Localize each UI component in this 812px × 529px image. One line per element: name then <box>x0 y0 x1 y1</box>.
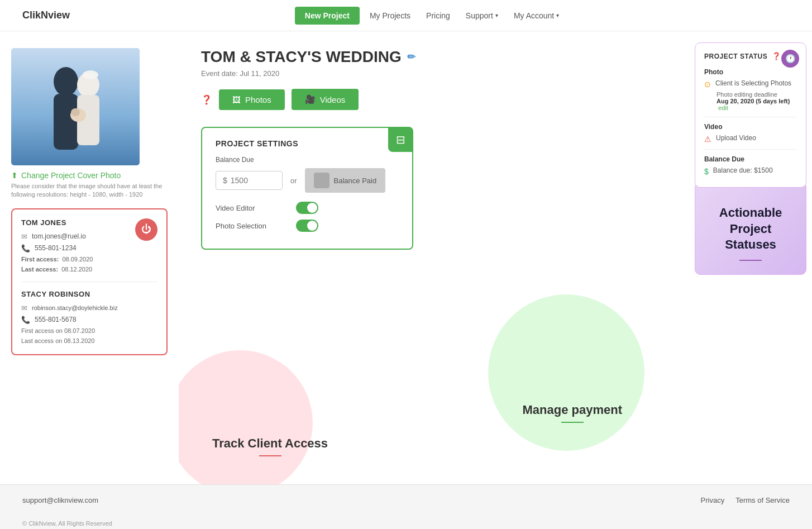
footer-privacy-link[interactable]: Privacy <box>701 496 725 504</box>
footer-terms-link[interactable]: Terms of Service <box>735 496 790 504</box>
footer-links: Privacy Terms of Service <box>701 496 790 504</box>
status-video-text: Upload Video <box>716 134 756 142</box>
nav-pricing[interactable]: Pricing <box>421 9 456 22</box>
help-icon[interactable]: ❓ <box>201 94 212 105</box>
track-client-text: Track Client Access <box>212 436 328 451</box>
status-red-icon: ⚠ <box>704 135 711 144</box>
manage-payment-feature: Manage payment <box>523 403 623 423</box>
email-icon-2: ✉ <box>21 304 27 312</box>
video-editor-label: Video Editor <box>216 204 288 212</box>
project-title: TOM & STACY'S WEDDING <box>201 48 402 66</box>
new-project-button[interactable]: New Project <box>295 7 360 25</box>
manage-payment-line <box>561 422 584 423</box>
right-panel: 🕐 PROJECT STATUS ❓ Photo ⊙ Client is Sel… <box>689 31 812 484</box>
change-cover-text: Change Project Cover Photo <box>21 171 121 180</box>
status-card: 🕐 PROJECT STATUS ❓ Photo ⊙ Client is Sel… <box>695 42 806 188</box>
left-panel: ⬆ Change Project Cover Photo Please cons… <box>0 31 179 484</box>
balance-value: 1500 <box>231 176 248 185</box>
client1-email: tom.jones@ruel.io <box>32 232 86 240</box>
upload-icon: ⬆ <box>11 171 18 180</box>
photos-icon: 🖼 <box>232 95 241 104</box>
status-balance-text: Balance due: $1500 <box>713 166 773 174</box>
status-photo-label: Photo <box>704 68 797 76</box>
footer: support@cliknview.com Privacy Terms of S… <box>0 484 812 516</box>
client1-section: ⏻ TOM JONES ✉ tom.jones@ruel.io 📞 555-80… <box>21 218 157 274</box>
client1-last-access: Last access: 08.12.2020 <box>21 266 157 273</box>
settings-card-title: PROJECT SETTINGS <box>216 139 399 148</box>
currency-symbol: $ <box>223 176 227 185</box>
footer-copyright: © ClikNview, All Rights Reserved <box>0 516 812 529</box>
client2-email: robinson.stacy@doylehickle.biz <box>32 304 118 311</box>
project-title-row: TOM & STACY'S WEDDING ✏ <box>201 48 667 66</box>
change-cover-link[interactable]: ⬆ Change Project Cover Photo <box>11 171 168 180</box>
client2-phone: 555-801-5678 <box>35 316 77 323</box>
client2-email-row: ✉ robinson.stacy@doylehickle.biz <box>21 304 157 312</box>
phone-icon: 📞 <box>21 244 30 252</box>
track-client-feature: Track Client Access <box>212 436 328 456</box>
client1-power-icon[interactable]: ⏻ <box>135 218 157 241</box>
photo-selection-toggle-row: Photo Selection <box>216 220 399 232</box>
client2-section: STACY ROBINSON ✉ robinson.stacy@doylehic… <box>21 290 157 344</box>
status-photo-text: Client is Selecting Photos <box>715 79 791 87</box>
track-client-line <box>259 455 281 456</box>
page-content: ⬆ Change Project Cover Photo Please cons… <box>0 31 812 484</box>
history-icon[interactable]: 🕐 <box>781 50 799 68</box>
status-divider-2 <box>704 149 797 150</box>
decorative-blob-pink <box>179 350 313 484</box>
svg-point-5 <box>83 70 98 79</box>
client1-first-access: First access: 08.09.2020 <box>21 256 157 263</box>
account-chevron-icon: ▾ <box>556 12 559 18</box>
couple-silhouette-svg <box>11 48 140 165</box>
status-green-icon: $ <box>704 167 709 176</box>
videos-button[interactable]: 🎥 Videos <box>292 89 359 110</box>
event-date: Event date: Jul 11, 2020 <box>201 69 667 78</box>
svg-point-7 <box>71 108 80 116</box>
paid-icon <box>314 173 329 188</box>
action-buttons: ❓ 🖼 Photos 🎥 Videos <box>201 89 667 110</box>
decorative-blob-green <box>488 294 644 451</box>
videos-icon: 🎥 <box>305 94 316 104</box>
client-cards: ⏻ TOM JONES ✉ tom.jones@ruel.io 📞 555-80… <box>11 208 168 355</box>
nav-my-projects[interactable]: My Projects <box>364 9 416 22</box>
balance-input[interactable]: $ 1500 <box>216 171 283 190</box>
status-balance-row: $ Balance due: $1500 <box>704 166 797 176</box>
cover-photo-wrapper: ⬆ Change Project Cover Photo Please cons… <box>11 48 168 199</box>
nav-center: New Project My Projects Pricing Support … <box>295 7 565 25</box>
cover-photo <box>11 48 140 165</box>
client1-phone: 555-801-1234 <box>35 244 77 252</box>
status-title: PROJECT STATUS <box>704 53 767 60</box>
phone-icon-2: 📞 <box>21 316 30 324</box>
client-divider <box>21 282 157 282</box>
client2-name: STACY ROBINSON <box>21 290 157 298</box>
status-orange-icon: ⊙ <box>704 80 711 89</box>
status-video-row: ⚠ Upload Video <box>704 134 797 144</box>
status-help-icon[interactable]: ❓ <box>772 52 781 60</box>
status-balance-label: Balance Due <box>704 155 797 163</box>
video-editor-toggle-row: Video Editor <box>216 202 399 214</box>
actionable-line <box>739 260 762 261</box>
settings-card-icon: ⊟ <box>388 127 413 152</box>
actionable-box: Actionable Project Statuses <box>695 182 806 275</box>
client2-first-access: First access on 08.07.2020 <box>21 327 157 334</box>
photos-button[interactable]: 🖼 Photos <box>219 89 285 110</box>
edit-title-icon[interactable]: ✏ <box>407 51 415 63</box>
nav-support[interactable]: Support ▾ <box>460 9 504 22</box>
photo-selection-toggle[interactable] <box>296 220 318 232</box>
nav-my-account[interactable]: My Account ▾ <box>508 9 565 22</box>
or-text: or <box>290 177 297 185</box>
deadline-edit-link[interactable]: edit <box>718 104 728 111</box>
main-area: TOM & STACY'S WEDDING ✏ Event date: Jul … <box>179 31 689 484</box>
balance-row: $ 1500 or Balance Paid <box>216 168 399 193</box>
balance-due-label: Balance Due <box>216 156 399 164</box>
client1-email-row: ✉ tom.jones@ruel.io <box>21 232 130 241</box>
svg-point-1 <box>54 67 78 96</box>
footer-email: support@cliknview.com <box>22 496 98 504</box>
client1-phone-row: 📞 555-801-1234 <box>21 244 157 252</box>
nav-logo: ClikNview <box>22 9 70 21</box>
client2-phone-row: 📞 555-801-5678 <box>21 316 157 324</box>
video-editor-toggle[interactable] <box>296 202 318 214</box>
cover-hint: Please consider that the image should ha… <box>11 182 168 199</box>
balance-paid-button[interactable]: Balance Paid <box>305 168 386 193</box>
status-divider-1 <box>704 117 797 117</box>
actionable-title: Actionable Project Statuses <box>704 205 797 253</box>
